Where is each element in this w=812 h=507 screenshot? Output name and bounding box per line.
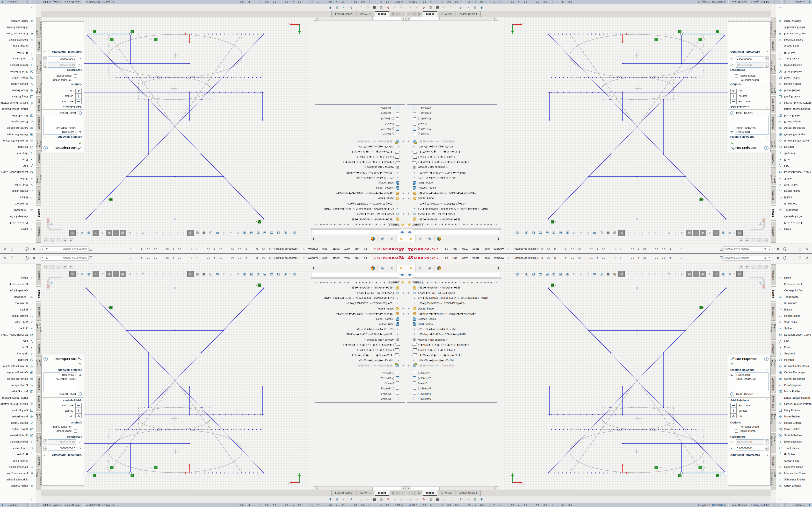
tree-item[interactable]: Surface Bodies xyxy=(406,316,502,322)
tool-intersection-curve[interactable]: ⊗Intersection Curve xyxy=(776,470,812,476)
headsup-icon-10[interactable]: ⤓ xyxy=(578,230,584,236)
command-tab-mold-tools[interactable]: Mold Tools xyxy=(36,96,41,113)
headsup-icon-4[interactable]: ⬒ xyxy=(537,230,544,236)
tree-item[interactable]: ◔○25♣◎25ИΝ3Ɛ25○∘○253ƐΝИ25◎♣25○ xyxy=(310,301,406,306)
tree-item[interactable]: ○✚5Ɔe♣○ ✳ ◉⌐○∘○¬◉ ✳ ○♣eƆ5✚○ xyxy=(310,149,406,155)
tool-tangent-arc[interactable]: ⌓Tangent Arc xyxy=(0,294,36,300)
tree-root-item[interactable]: ❖ TЯPDL2. ◉ Э3 ◉ Ш ◉ ◉ ◉ ✚ ◉ ƆC ◉ Э3 ◉ ∙… xyxy=(310,280,406,285)
cancel-sketch-icon[interactable]: ✕ xyxy=(46,283,51,290)
tool-sketch-fillet[interactable]: ◜Sketch Fillet xyxy=(776,457,812,464)
tree-root-item[interactable]: ❖ TЯPDL2. ◉ Э3 ◉ Ш ◉ ◉ ◉ ✚ ◉ ƆC ◉ Э3 ◉ ∙… xyxy=(406,280,502,285)
tool-equation-driven-curve[interactable]: ƒxEquation Driven Curve xyxy=(0,332,36,338)
section-existing-relations[interactable]: Existing Relations⌃ xyxy=(44,369,82,371)
headsup-icon-3[interactable]: ◨ xyxy=(275,230,282,236)
tab-scroll-button-3[interactable]: ▶| xyxy=(418,491,422,495)
doc-tab-3d-views[interactable]: 3D Views xyxy=(438,490,456,496)
bottom-toolbar-icon-4[interactable]: ▦ xyxy=(372,498,377,501)
tree-item[interactable]: ∿○25✚3Ɛ25○ИΝ◎∘✚ƆC3ƐU3Ɛ25○∘○253ƐU3ƐCƆ✚∘◎Ν… xyxy=(310,295,406,301)
child-window-control-0[interactable]: ◀ xyxy=(69,238,73,242)
tree-item[interactable]: ★○53Ɛ✚∘♣◎ΛΑΦ○∘○ΦΑΛ◎♣∘✚Ɛ35○ xyxy=(406,217,502,222)
tab-scroll-button-2[interactable]: ▶ xyxy=(394,12,398,16)
tool-center-rectangle[interactable]: ▣Center Rectangle xyxy=(776,131,812,138)
relation-item[interactable]: Collinear108 xyxy=(737,373,767,377)
headsup-icon-9[interactable]: ◇ xyxy=(571,230,577,236)
headsup-icon-10[interactable]: ⤓ xyxy=(228,271,234,277)
command-tab-surfaces[interactable]: Surfaces xyxy=(771,303,776,321)
collapse-panel-chevron-icon[interactable]: ⌄⌄ xyxy=(778,497,781,500)
tool-circle[interactable]: ○Circle xyxy=(0,226,36,232)
headsup-icon-29[interactable]: ∿ xyxy=(706,271,713,277)
tab-scroll-button-1[interactable]: ◀ xyxy=(398,12,401,16)
command-tab-markup[interactable]: Markup xyxy=(771,39,776,52)
scrollbar-thumb[interactable] xyxy=(411,17,440,20)
tool-centerpoint-arc[interactable]: ⌒Centerpoint Arc xyxy=(776,213,812,220)
tool-offset-entities[interactable]: ⊂Offset Entities xyxy=(0,18,36,24)
ok-button[interactable]: ✔ xyxy=(44,361,81,366)
tab-scroll-button-2[interactable]: ▶ xyxy=(394,491,398,495)
tool-convert-entities[interactable]: ⧈Convert Entities xyxy=(776,37,812,43)
tool-center-rectangle[interactable]: ▣Center Rectangle xyxy=(0,131,36,138)
help-icon[interactable]: ? xyxy=(764,146,768,150)
relations-listbox[interactable]: Collinear108Equal length109 xyxy=(735,116,768,135)
tool-parallelogram[interactable]: ▱Parallelogram xyxy=(776,119,812,125)
tree-item[interactable]: (-) Sketch5 xyxy=(406,116,502,121)
tree-item[interactable]: ○ ✚ИΝ◎♣+○ ✳ ◉⌐○∘○¬◉ ✳ ○+♣◎ΝИ✚ ○ xyxy=(310,342,406,348)
tree-item[interactable]: Sketch3 xyxy=(406,121,502,126)
tab-feature-manager[interactable]: ❖ xyxy=(406,265,416,272)
bottom-toolbar-icon-2[interactable]: ✎ xyxy=(386,6,391,9)
headsup-icon-5[interactable]: ⬓ xyxy=(262,230,268,236)
tree-item[interactable]: Σ○25·∩ ✳ ♣Αm○∘○mΑ♣ ✳ ∩·25○ xyxy=(310,327,406,332)
headsup-icon-33[interactable]: ▾ xyxy=(76,230,79,236)
search-icon[interactable] xyxy=(763,257,766,259)
child-window-control-4[interactable]: ✕ xyxy=(763,238,767,242)
bottom-toolbar-icon-6[interactable]: ∟ xyxy=(358,498,364,501)
tool-stretch-entities[interactable]: ⇲Stretch Entities xyxy=(0,432,36,439)
search-input[interactable] xyxy=(49,257,88,259)
tab-display-tree[interactable]: ⊪ xyxy=(416,235,425,242)
tool-ellipse[interactable]: ⬭Ellipse xyxy=(0,306,36,313)
tree-item[interactable]: (-) Sketch6 xyxy=(406,396,502,402)
headsup-icon-7[interactable]: ◪ xyxy=(558,271,564,277)
minimize-button[interactable]: – xyxy=(789,248,796,251)
command-tab-sketch[interactable]: Sketch xyxy=(771,286,776,301)
expand-arrow-icon[interactable]: ▶ xyxy=(408,213,410,215)
tab-scroll-button-0[interactable]: |◀ xyxy=(402,491,405,495)
headsup-icon-34[interactable]: ⊛ xyxy=(737,271,743,277)
tool-point[interactable]: ▪Point xyxy=(776,157,812,163)
bottom-toolbar-icon-11[interactable]: ✱ xyxy=(328,498,333,501)
headsup-icon-4[interactable]: ⬒ xyxy=(537,271,544,277)
tree-item[interactable]: ▶○253ƐИΝΑ∩·○∘○·∩ΑΝИƐ352○ xyxy=(406,363,502,369)
status-units-dropdown[interactable]: Custom ▲ xyxy=(5,503,20,507)
doc-tab-model[interactable]: Model xyxy=(374,11,390,17)
headsup-icon-15[interactable]: ▨ xyxy=(194,230,200,236)
headsup-icon-8[interactable]: ▣ xyxy=(564,230,570,236)
headsup-icon-24[interactable]: ⌖ xyxy=(133,230,140,236)
tool-equation-driven-curve[interactable]: ƒxEquation Driven Curve xyxy=(776,332,812,338)
tree-item[interactable]: (-) Sketch4 xyxy=(406,391,502,396)
expand-panel-chevron-icon[interactable]: ❯ xyxy=(312,237,315,241)
bottom-toolbar-icon-4[interactable]: ▦ xyxy=(372,6,377,9)
tool-ellipse[interactable]: ⬭Ellipse xyxy=(0,194,36,201)
menu-window[interactable]: Window xyxy=(306,256,320,260)
command-tab-features[interactable]: Features xyxy=(36,264,41,285)
child-window-control-3[interactable]: ❐ xyxy=(757,238,761,242)
headsup-icon-8[interactable]: ▣ xyxy=(242,230,248,236)
rollback-bar[interactable] xyxy=(315,104,405,105)
section-options[interactable]: Options⌃ xyxy=(44,83,82,86)
tool-scale-entities[interactable]: ◹Scale Entities xyxy=(0,426,36,432)
relation-item[interactable]: Collinear108 xyxy=(45,130,75,134)
bottom-toolbar-icon-5[interactable]: ⎗ xyxy=(365,498,370,501)
minimize-button[interactable]: – xyxy=(789,256,796,260)
headsup-icon-7[interactable]: ◪ xyxy=(558,230,564,236)
tree-item[interactable]: ○·◎✚○ ✳ ◉⌐○∘○¬◉ ✳ ○✚◎·○ xyxy=(406,155,502,160)
tool-tangent-arc[interactable]: ⌓Tangent Arc xyxy=(776,207,812,213)
close-button[interactable]: ✕ xyxy=(804,248,811,251)
command-tab-mbd-dimensions[interactable]: MBD Dimensions xyxy=(36,469,41,490)
tree-horizontal-scrollbar[interactable]: ◀ ▶ xyxy=(314,17,406,21)
tree-item[interactable]: ▶○253ƐИΝΑ∩·○∘○·∩ΑΝИƐ352○ xyxy=(310,139,406,144)
tree-item[interactable]: ▶A○25ИΝ◎∘✚Α✚◎ИΝΑ○∘○ΑΝИ◎✚Α✚∘◎ΝИ25○ xyxy=(310,191,406,196)
tool-corner-rectangle[interactable]: ▭Corner Rectangle xyxy=(776,376,812,382)
headsup-icon-17[interactable]: ⊥ xyxy=(181,271,187,277)
menu-insert[interactable]: Insert xyxy=(470,247,481,251)
tool-polygon[interactable]: ⬡Polygon xyxy=(776,356,812,363)
